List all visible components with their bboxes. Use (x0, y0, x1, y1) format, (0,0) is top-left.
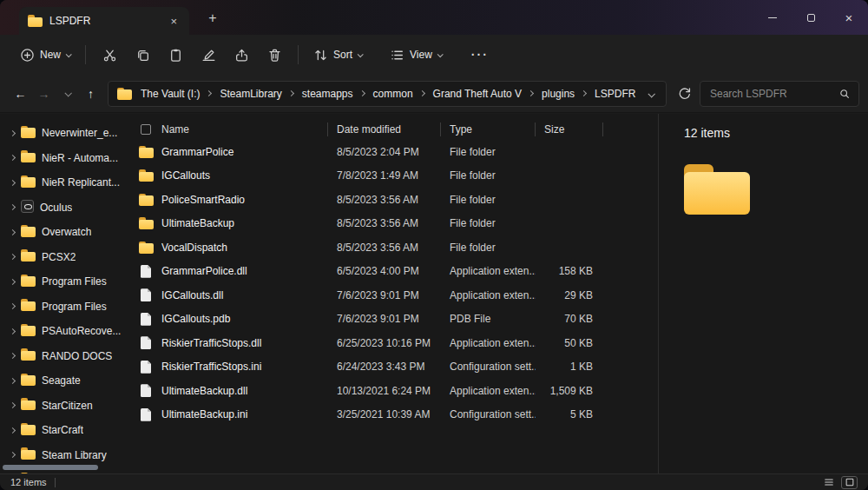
sidebar-item-label: Oculus (40, 202, 72, 214)
sidebar-item-steam-library[interactable]: Steam Library (0, 443, 128, 468)
chevron-right-icon[interactable] (10, 303, 16, 309)
view-button-label: View (410, 49, 432, 61)
chevron-right-icon[interactable] (10, 180, 16, 186)
chevron-right-icon[interactable] (10, 254, 16, 260)
chevron-right-icon[interactable] (10, 204, 16, 210)
recent-locations-button[interactable] (56, 82, 79, 105)
chevron-right-icon[interactable] (10, 378, 16, 384)
new-tab-button[interactable]: + (201, 9, 224, 28)
sidebar-item-program-files[interactable]: Program Files (0, 269, 128, 295)
file-row-policesmartradio[interactable]: PoliceSmartRadio 8/5/2023 3:56 AM File f… (130, 188, 657, 212)
new-button-label: New (40, 49, 61, 61)
column-header-size[interactable]: Size (536, 119, 603, 140)
folder-preview-icon (684, 164, 750, 215)
sort-button[interactable]: Sort (306, 43, 370, 68)
file-icon (130, 313, 161, 326)
status-divider (55, 478, 56, 487)
sidebar-horizontal-scrollbar[interactable] (3, 465, 98, 470)
breadcrumb-segment-grand-theft-auto-v[interactable]: Grand Theft Auto V (430, 88, 537, 100)
tab-close-icon[interactable]: × (167, 14, 181, 29)
file-date-modified: 3/25/2021 10:39 AM (328, 408, 441, 420)
column-header-date-modified[interactable]: Date modified (328, 119, 441, 140)
close-button[interactable]: × (830, 0, 868, 35)
search-input[interactable] (708, 87, 838, 101)
share-button[interactable] (225, 40, 258, 70)
explorer-tab-lspdfr[interactable]: LSPDFR × (19, 7, 189, 35)
file-row-grammarpolice-dll[interactable]: GrammarPolice.dll 6/5/2023 4:00 PM Appli… (130, 260, 657, 284)
new-button[interactable]: New (12, 43, 78, 68)
file-type: File folder (441, 194, 536, 206)
folder-icon (21, 423, 36, 438)
back-button[interactable]: ← (9, 82, 32, 105)
chevron-right-icon (359, 90, 365, 96)
search-icon (838, 88, 851, 100)
chevron-right-icon[interactable] (10, 229, 16, 235)
sidebar-item-pcsx2[interactable]: PCSX2 (0, 245, 128, 270)
file-row-ultimatebackup-dll[interactable]: UltimateBackup.dll 10/13/2021 6:24 PM Ap… (130, 379, 657, 403)
minimize-button[interactable] (753, 0, 792, 35)
chevron-right-icon[interactable] (10, 328, 16, 334)
refresh-button[interactable] (672, 82, 696, 106)
address-dropdown-button[interactable] (645, 84, 657, 103)
breadcrumb-segment-lspdfr[interactable]: LSPDFR (591, 88, 639, 100)
file-row-vocaldispatch[interactable]: VocalDispatch 8/5/2023 3:56 AM File fold… (130, 235, 657, 260)
more-options-button[interactable]: ··· (464, 40, 496, 70)
sidebar-item-program-files[interactable]: Program Files (0, 295, 128, 320)
breadcrumb-segment-the-vault-i[interactable]: The Vault (I:) (137, 88, 214, 100)
large-icons-view-button[interactable] (841, 476, 858, 489)
file-row-igcallouts[interactable]: IGCallouts 7/8/2023 1:49 AM File folder (130, 164, 657, 189)
file-row-riskiertrafficstops-ini[interactable]: RiskierTrafficStops.ini 6/24/2023 3:43 P… (130, 355, 657, 380)
folder-icon (21, 225, 36, 240)
breadcrumb-label: SteamLibrary (220, 88, 281, 100)
chevron-right-icon[interactable] (10, 130, 16, 136)
sidebar-item-nier-automa[interactable]: NieR - Automa... (0, 146, 128, 171)
select-all-checkbox[interactable] (130, 119, 161, 140)
forward-button[interactable]: → (32, 82, 56, 105)
maximize-button[interactable] (792, 0, 830, 35)
file-row-igcallouts-pdb[interactable]: IGCallouts.pdb 7/6/2023 9:01 PM PDB File… (130, 308, 657, 332)
sidebar-item-psautorecove[interactable]: PSAutoRecove... (0, 319, 128, 344)
breadcrumb-segment-steamapps[interactable]: steamapps (299, 88, 368, 100)
content-area: Neverwinter_e... NieR - Automa... NieR R… (0, 114, 868, 473)
chevron-right-icon[interactable] (10, 279, 16, 285)
file-row-grammarpolice[interactable]: GrammarPolice 8/5/2023 2:04 PM File fold… (130, 140, 657, 164)
chevron-right-icon[interactable] (10, 452, 16, 458)
sidebar-item-starcitizen[interactable]: StarCitizen (0, 394, 128, 419)
breadcrumb-segment-steamlibrary[interactable]: SteamLibrary (216, 88, 296, 100)
file-date-modified: 7/6/2023 9:01 PM (328, 289, 441, 301)
chevron-right-icon[interactable] (10, 402, 16, 408)
copy-button[interactable] (126, 40, 159, 70)
chevron-right-icon[interactable] (10, 155, 16, 161)
file-row-riskiertrafficstops-dll[interactable]: RiskierTrafficStops.dll 6/25/2023 10:16 … (130, 331, 657, 355)
sidebar-item-nier-replicant[interactable]: NieR Replicant... (0, 170, 128, 195)
sidebar-item-seagate[interactable]: Seagate (0, 368, 128, 394)
sidebar-item-rando-docs[interactable]: RANDO DOCS (0, 344, 128, 369)
sidebar-item-neverwinter-e[interactable]: Neverwinter_e... (0, 121, 128, 146)
file-row-igcallouts-dll[interactable]: IGCallouts.dll 7/6/2023 9:01 PM Applicat… (130, 283, 657, 308)
column-header-name[interactable]: Name (161, 119, 328, 140)
address-bar[interactable]: The Vault (I:) SteamLibrary steamapps co… (108, 81, 667, 107)
cut-button[interactable] (93, 40, 126, 70)
column-header-type[interactable]: Type (441, 119, 536, 140)
folder-icon (21, 374, 36, 388)
sidebar-item-starcraft[interactable]: StarCraft (0, 418, 128, 443)
chevron-right-icon[interactable] (10, 427, 16, 434)
sidebar-item-oculus[interactable]: Oculus (0, 195, 128, 221)
file-row-ultimatebackup[interactable]: UltimateBackup 8/5/2023 3:56 AM File fol… (130, 212, 657, 236)
sidebar-item-overwatch[interactable]: Overwatch (0, 220, 128, 245)
chevron-right-icon[interactable] (10, 353, 16, 359)
paste-button[interactable] (159, 40, 192, 70)
file-row-ultimatebackup-ini[interactable]: UltimateBackup.ini 3/25/2021 10:39 AM Co… (130, 403, 657, 427)
view-button[interactable]: View (382, 43, 450, 68)
up-button[interactable]: ↑ (79, 82, 102, 105)
breadcrumb-segment-plugins[interactable]: plugins (538, 88, 589, 100)
file-list: Name Date modified Type Size GrammarPoli… (130, 114, 657, 473)
breadcrumb-segment-common[interactable]: common (370, 88, 428, 100)
sidebar-item-label: Seagate (42, 374, 81, 387)
chevron-right-icon (528, 90, 534, 96)
details-view-button[interactable] (820, 476, 837, 489)
scissors-icon (102, 48, 117, 63)
delete-button[interactable] (258, 40, 291, 70)
rename-button[interactable] (192, 40, 225, 70)
status-bar: 12 items (0, 473, 868, 490)
